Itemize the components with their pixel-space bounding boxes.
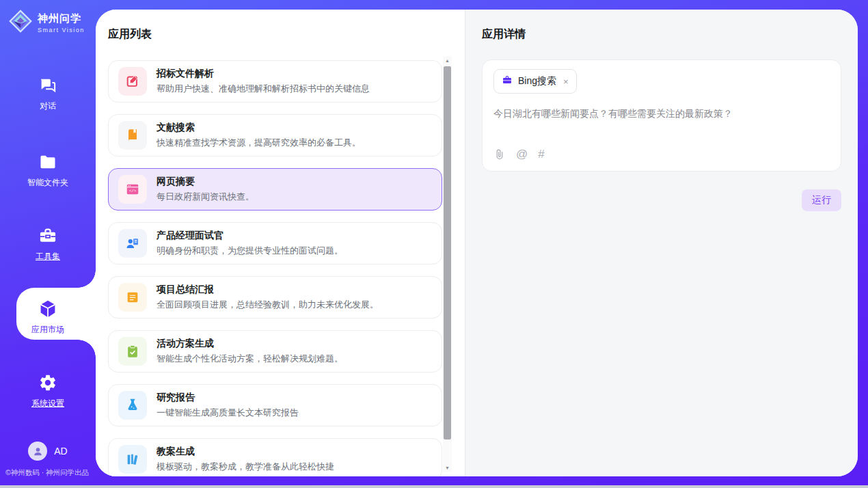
tool-chip-label: Bing搜索 bbox=[518, 75, 556, 87]
app-card-title: 研究报告 bbox=[157, 392, 299, 404]
app-card-description: 明确身份和职责，为您提供专业性的面试问题。 bbox=[157, 245, 343, 257]
briefcase-icon bbox=[502, 74, 513, 88]
flask-icon bbox=[118, 391, 147, 420]
app-detail-title: 应用详情 bbox=[482, 27, 841, 42]
app-card-meta: 研究报告一键智能生成高质量长文本研究报告 bbox=[157, 392, 299, 419]
toolbox-icon bbox=[38, 226, 58, 246]
app-card-description: 一键智能生成高质量长文本研究报告 bbox=[157, 407, 299, 419]
sidebar-item-label: 应用市场 bbox=[31, 324, 64, 336]
chip-close-icon[interactable]: × bbox=[563, 77, 569, 86]
app-card-meta: 教案生成模板驱动，教案秒成，教学准备从此轻松快捷 bbox=[157, 446, 334, 473]
app-card-title: 文献搜索 bbox=[157, 122, 361, 134]
sidebar-item-label: 工具集 bbox=[36, 251, 60, 262]
app-card[interactable]: 活动方案生成智能生成个性化活动方案，轻松解决规划难题。 bbox=[108, 330, 442, 372]
query-text[interactable]: 今日湖北有哪些新闻要点？有哪些需要关注的最新政策？ bbox=[493, 108, 830, 120]
brand-subtitle: Smart Vision bbox=[38, 27, 85, 33]
avatar[interactable] bbox=[28, 442, 47, 461]
run-button[interactable]: 运行 bbox=[802, 189, 841, 211]
app-card-meta: 产品经理面试官明确身份和职责，为您提供专业性的面试问题。 bbox=[157, 230, 343, 257]
books-icon bbox=[118, 445, 147, 474]
app-card-description: 快速精准查找学术资源，提高研究效率的必备工具。 bbox=[157, 137, 361, 149]
sidebar-item-label: 对话 bbox=[40, 100, 56, 112]
copyright-text: ©神州数码 · 神州问学出品 bbox=[5, 468, 96, 478]
sidebar-item-1[interactable]: 对话 bbox=[0, 75, 96, 112]
app-list-panel: 应用列表 招标文件解析帮助用户快速、准确地理解和解析招标书中的关键信息文献搜索快… bbox=[96, 10, 465, 476]
gear-icon bbox=[38, 372, 58, 393]
sidebar-item-label: 智能文件夹 bbox=[27, 177, 68, 189]
app-card[interactable]: 招标文件解析帮助用户快速、准确地理解和解析招标书中的关键信息 bbox=[108, 60, 442, 103]
app-card-title: 活动方案生成 bbox=[157, 338, 343, 350]
app-card-description: 智能生成个性化活动方案，轻松解决规划难题。 bbox=[157, 353, 343, 365]
app-detail-panel: 应用详情 Bing搜索 × 今日湖北有哪些新闻要点？有哪些需要关注的最新政策？ … bbox=[465, 10, 858, 476]
user-initials: AD bbox=[54, 446, 67, 457]
app-card-title: 教案生成 bbox=[157, 446, 334, 458]
browser-code-icon: </> bbox=[118, 175, 147, 204]
app-card[interactable]: 产品经理面试官明确身份和职责，为您提供专业性的面试问题。 bbox=[108, 222, 442, 265]
sidebar: 神州问学 Smart Vision 对话智能文件夹工具集应用市场系统设置 AD … bbox=[0, 0, 96, 485]
app-card[interactable]: </>网页摘要每日政府新闻资讯快查。 bbox=[108, 168, 442, 211]
app-card[interactable]: 文献搜索快速精准查找学术资源，提高研究效率的必备工具。 bbox=[108, 114, 442, 157]
run-row: 运行 bbox=[482, 189, 841, 211]
chat-icon bbox=[38, 75, 58, 96]
brand: 神州问学 Smart Vision bbox=[8, 9, 85, 36]
scrollbar-down-arrow-icon[interactable]: ▼ bbox=[443, 463, 452, 472]
app-card-description: 每日政府新闻资讯快查。 bbox=[157, 191, 254, 203]
sidebar-item-2[interactable]: 智能文件夹 bbox=[0, 152, 96, 189]
app-card-title: 招标文件解析 bbox=[157, 68, 370, 80]
app-card-title: 项目总结汇报 bbox=[157, 284, 379, 296]
bottom-edge-strip bbox=[0, 485, 868, 488]
app-card-meta: 网页摘要每日政府新闻资讯快查。 bbox=[157, 176, 254, 203]
edit-doc-icon bbox=[118, 67, 147, 96]
app-card-description: 帮助用户快速、准确地理解和解析招标书中的关键信息 bbox=[157, 83, 370, 95]
cube-icon bbox=[38, 299, 58, 319]
app-card[interactable]: 研究报告一键智能生成高质量长文本研究报告 bbox=[108, 384, 442, 426]
app-list-title: 应用列表 bbox=[108, 27, 465, 42]
mention-icon[interactable]: @ bbox=[516, 148, 528, 161]
list-scrollbar[interactable]: ▲ ▼ bbox=[443, 56, 452, 472]
svg-text:</>: </> bbox=[129, 189, 137, 193]
composer-icon-row: @# bbox=[493, 148, 830, 161]
sidebar-item-label: 系统设置 bbox=[31, 398, 64, 409]
book-icon bbox=[118, 121, 147, 150]
app-card-meta: 招标文件解析帮助用户快速、准确地理解和解析招标书中的关键信息 bbox=[157, 68, 370, 95]
app-card-meta: 活动方案生成智能生成个性化活动方案，轻松解决规划难题。 bbox=[157, 338, 343, 365]
brand-text: 神州问学 Smart Vision bbox=[38, 12, 85, 33]
app-detail-card: Bing搜索 × 今日湖北有哪些新闻要点？有哪些需要关注的最新政策？ @# bbox=[482, 59, 841, 172]
report-note-icon bbox=[118, 283, 147, 312]
app-card[interactable]: 项目总结汇报全面回顾项目进展，总结经验教训，助力未来优化发展。 bbox=[108, 276, 442, 318]
folder-icon bbox=[38, 152, 58, 172]
brand-logo-icon bbox=[8, 9, 33, 36]
user-row[interactable]: AD bbox=[0, 442, 96, 461]
brand-name: 神州问学 bbox=[38, 12, 85, 25]
app-card-meta: 项目总结汇报全面回顾项目进展，总结经验教训，助力未来优化发展。 bbox=[157, 284, 379, 311]
app-card[interactable]: 教案生成模板驱动，教案秒成，教学准备从此轻松快捷 bbox=[108, 438, 442, 476]
app-card-description: 模板驱动，教案秒成，教学准备从此轻松快捷 bbox=[157, 461, 334, 473]
scrollbar-thumb[interactable] bbox=[444, 66, 451, 439]
app-card-list: 招标文件解析帮助用户快速、准确地理解和解析招标书中的关键信息文献搜索快速精准查找… bbox=[108, 60, 442, 476]
app-card-title: 产品经理面试官 bbox=[157, 230, 343, 242]
main-content: 应用列表 招标文件解析帮助用户快速、准确地理解和解析招标书中的关键信息文献搜索快… bbox=[96, 10, 858, 476]
interviewer-icon bbox=[118, 229, 147, 258]
hash-icon[interactable]: # bbox=[538, 148, 544, 161]
sidebar-item-4[interactable]: 应用市场 bbox=[0, 299, 96, 336]
app-card-description: 全面回顾项目进展，总结经验教训，助力未来优化发展。 bbox=[157, 299, 379, 311]
sidebar-item-3[interactable]: 工具集 bbox=[0, 226, 96, 262]
app-card-title: 网页摘要 bbox=[157, 176, 254, 188]
clipboard-check-icon bbox=[118, 337, 147, 366]
app-card-meta: 文献搜索快速精准查找学术资源，提高研究效率的必备工具。 bbox=[157, 122, 361, 149]
attachment-icon[interactable] bbox=[493, 148, 506, 161]
scrollbar-up-arrow-icon[interactable]: ▲ bbox=[443, 56, 452, 65]
tool-chip[interactable]: Bing搜索 × bbox=[493, 69, 577, 94]
sidebar-item-5[interactable]: 系统设置 bbox=[0, 372, 96, 409]
